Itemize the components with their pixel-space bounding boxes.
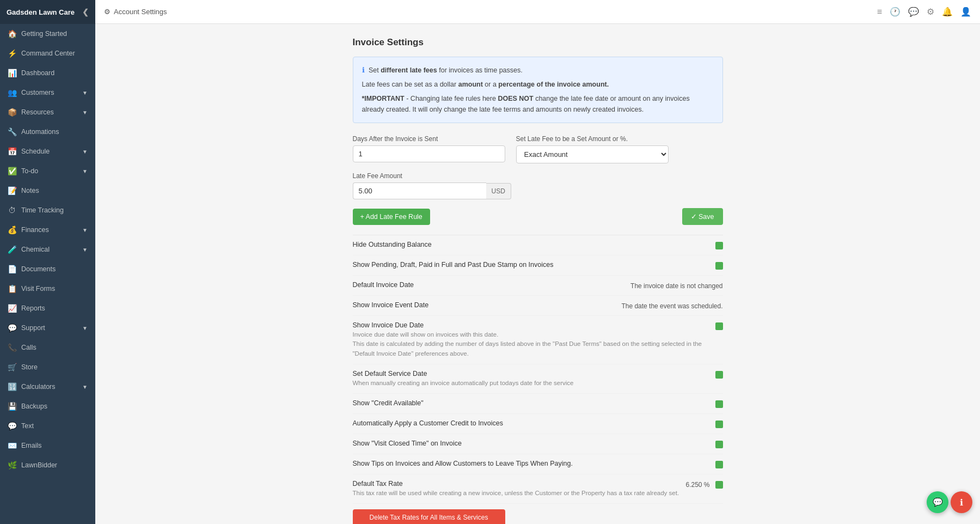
sidebar-icon-calculators: 🔢: [8, 382, 16, 391]
brand-bar[interactable]: Gadsden Lawn Care ❮: [0, 0, 95, 24]
settings-list: Hide Outstanding Balance Show Pending, D…: [353, 235, 723, 504]
toggle-show-credit-available[interactable]: [715, 400, 723, 408]
sidebar-label-store: Store: [21, 363, 38, 371]
sidebar-item-visit-forms[interactable]: 📋 Visit Forms: [0, 279, 95, 298]
sidebar-item-finances[interactable]: 💰 Finances ▼: [0, 220, 95, 240]
sidebar-item-reports[interactable]: 📈 Reports: [0, 298, 95, 318]
arrow-icon-to-do: ▼: [82, 168, 88, 174]
settings-row-show-stamp: Show Pending, Draft, Paid in Full and Pa…: [353, 255, 723, 276]
settings-title-default-service-date: Set Default Service Date: [353, 370, 710, 377]
fee-type-select[interactable]: Exact Amount Percentage: [516, 145, 669, 163]
settings-title-hide-outstanding: Hide Outstanding Balance: [353, 241, 710, 248]
user-icon[interactable]: 👤: [960, 7, 971, 17]
settings-title-show-due-date: Show Invoice Due Date: [353, 321, 710, 329]
sidebar-icon-visit-forms: 📋: [8, 284, 16, 293]
sidebar-label-support: Support: [21, 324, 45, 332]
sidebar-icon-time-tracking: ⏱: [8, 206, 16, 215]
sidebar-label-schedule: Schedule: [21, 148, 50, 155]
menu-icon[interactable]: ≡: [877, 7, 882, 17]
arrow-icon-finances: ▼: [82, 227, 88, 233]
sidebar-item-dashboard[interactable]: 📊 Dashboard: [0, 63, 95, 83]
sidebar-item-documents[interactable]: 📄 Documents: [0, 259, 95, 279]
sidebar-item-emails[interactable]: ✉️ Emails: [0, 436, 95, 455]
info-box: ℹ Set different late fees for invoices a…: [353, 57, 723, 123]
content-scroll: Invoice Settings ℹ Set different late fe…: [95, 24, 980, 524]
settings-row-hide-outstanding: Hide Outstanding Balance: [353, 235, 723, 255]
days-input[interactable]: [353, 145, 505, 162]
sidebar-item-time-tracking[interactable]: ⏱ Time Tracking: [0, 200, 95, 220]
info-line2: Late fees can be set as a dollar amount …: [362, 79, 714, 90]
toggle-show-tips[interactable]: [715, 461, 723, 468]
toggle-hide-outstanding[interactable]: [715, 242, 723, 249]
delete-buttons-group: Delete Tax Rates for All Items & Service…: [353, 509, 723, 524]
sidebar-icon-lawnbidder: 🌿: [8, 461, 16, 470]
late-fee-label: Late Fee Amount: [353, 172, 511, 180]
sidebar-item-backups[interactable]: 💾 Backups: [0, 397, 95, 416]
sidebar-item-store[interactable]: 🛒 Store: [0, 357, 95, 377]
sidebar-label-resources: Resources: [21, 108, 54, 116]
clock-icon[interactable]: 🕐: [890, 7, 901, 17]
sidebar-item-notes[interactable]: 📝 Notes: [0, 181, 95, 200]
bell-icon[interactable]: 🔔: [942, 7, 953, 17]
sidebar-item-resources[interactable]: 📦 Resources ▼: [0, 102, 95, 122]
delete-tax-items-button[interactable]: Delete Tax Rates for All Items & Service…: [353, 509, 505, 524]
settings-title-show-visit-closed-time: Show "Visit Closed Time" on Invoice: [353, 440, 710, 447]
help-fab[interactable]: ℹ: [951, 491, 972, 513]
toggle-show-stamp[interactable]: [715, 262, 723, 270]
sidebar-item-customers[interactable]: 👥 Customers ▼: [0, 83, 95, 102]
arrow-icon-chemical: ▼: [82, 247, 88, 253]
settings-text-default-service-date: Set Default Service Date When manually c…: [353, 370, 710, 388]
sidebar-item-lawnbidder[interactable]: 🌿 LawnBidder: [0, 455, 95, 475]
settings-icon[interactable]: ⚙: [927, 7, 934, 17]
sidebar-item-chemical[interactable]: 🧪 Chemical ▼: [0, 240, 95, 259]
sidebar-icon-documents: 📄: [8, 265, 16, 273]
sidebar-label-calculators: Calculators: [21, 383, 56, 391]
settings-title-show-event-date: Show Invoice Event Date: [353, 301, 616, 309]
sidebar-item-schedule[interactable]: 📅 Schedule ▼: [0, 142, 95, 161]
sidebar-icon-to-do: ✅: [8, 167, 16, 175]
sidebar-item-getting-started[interactable]: 🏠 Getting Started: [0, 24, 95, 44]
settings-text-hide-outstanding: Hide Outstanding Balance: [353, 241, 710, 248]
sidebar-item-to-do[interactable]: ✅ To-do ▼: [0, 161, 95, 181]
sidebar-item-calculators[interactable]: 🔢 Calculators ▼: [0, 377, 95, 397]
settings-desc-default-service-date: When manually creating an invoice automa…: [353, 379, 710, 388]
settings-text-show-visit-closed-time: Show "Visit Closed Time" on Invoice: [353, 440, 710, 447]
sidebar-icon-command-center: ⚡: [8, 49, 16, 58]
sidebar-icon-calls: 📞: [8, 343, 16, 352]
settings-row-show-due-date: Show Invoice Due Date Invoice due date w…: [353, 316, 723, 364]
info-line1: ℹ Set different late fees for invoices a…: [362, 65, 714, 76]
toggle-default-tax-rate[interactable]: [715, 481, 723, 489]
sidebar-icon-schedule: 📅: [8, 147, 16, 156]
toggle-show-visit-closed-time[interactable]: [715, 441, 723, 448]
add-late-fee-rule-button[interactable]: + Add Late Fee Rule: [353, 209, 430, 225]
sidebar-item-calls[interactable]: 📞 Calls: [0, 338, 95, 357]
save-button[interactable]: ✓ Save: [682, 208, 723, 225]
settings-desc-default-tax-rate: This tax rate will be used while creatin…: [353, 489, 681, 498]
arrow-icon-resources: ▼: [82, 109, 88, 115]
sidebar-label-backups: Backups: [21, 403, 47, 410]
sidebar: Gadsden Lawn Care ❮ 🏠 Getting Started ⚡ …: [0, 0, 95, 524]
settings-text-auto-apply-credit: Automatically Apply a Customer Credit to…: [353, 419, 710, 427]
chat-icon[interactable]: 💬: [908, 7, 919, 17]
page-icon: ⚙: [104, 8, 111, 16]
settings-text-default-tax-rate: Default Tax Rate This tax rate will be u…: [353, 480, 681, 498]
sidebar-item-support[interactable]: 💬 Support ▼: [0, 318, 95, 338]
topbar: ⚙ Account Settings ≡ 🕐 💬 ⚙ 🔔 👤: [95, 0, 980, 24]
settings-text-show-due-date: Show Invoice Due Date Invoice due date w…: [353, 321, 710, 358]
toggle-auto-apply-credit[interactable]: [715, 421, 723, 428]
chat-fab[interactable]: 💬: [927, 491, 948, 513]
sidebar-item-text[interactable]: 💬 Text: [0, 416, 95, 436]
fee-type-label: Set Late Fee to be a Set Amount or %.: [516, 135, 669, 143]
sidebar-label-notes: Notes: [21, 187, 39, 194]
sidebar-item-automations[interactable]: 🔧 Automations: [0, 122, 95, 142]
settings-row-show-tips: Show Tips on Invoices and Allow Customer…: [353, 454, 723, 474]
sidebar-item-command-center[interactable]: ⚡ Command Center: [0, 44, 95, 63]
brand-name: Gadsden Lawn Care: [7, 8, 75, 16]
collapse-icon[interactable]: ❮: [82, 8, 89, 16]
settings-row-show-event-date: Show Invoice Event Date The date the eve…: [353, 296, 723, 316]
sidebar-icon-customers: 👥: [8, 88, 16, 97]
late-fee-input[interactable]: [353, 182, 486, 199]
toggle-show-due-date[interactable]: [715, 322, 723, 330]
toggle-default-service-date[interactable]: [715, 371, 723, 379]
page-title: Invoice Settings: [353, 37, 723, 48]
